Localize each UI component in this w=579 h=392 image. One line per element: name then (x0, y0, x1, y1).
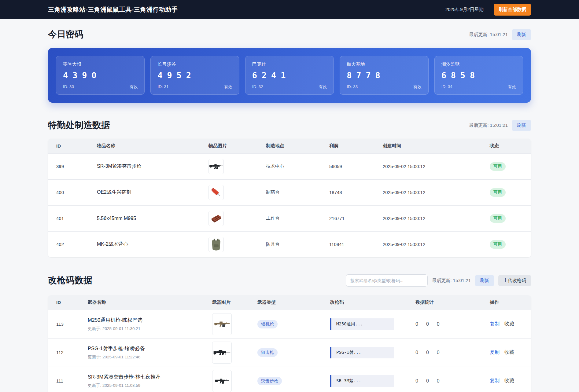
map-name: 长弓溪谷 (157, 61, 232, 67)
assault-rifle-icon (208, 159, 224, 174)
favorite-link[interactable]: 收藏 (504, 321, 514, 327)
stat-value: 0 (437, 321, 440, 327)
manufacture-last-update: 最后更新: 15:01:21 (469, 123, 508, 128)
item-name: OE2战斗兴奋剂 (89, 179, 200, 205)
map-name: 潮汐监狱 (441, 61, 516, 67)
weapon-type-badge: 狙击枪 (257, 348, 278, 357)
vest-icon (208, 237, 224, 252)
item-place: 工作台 (258, 205, 321, 231)
gun-code-chip: M250通用... (330, 318, 394, 330)
weapon-id: 112 (48, 338, 79, 367)
password-id: ID: 31 (157, 84, 168, 90)
item-profit: 110841 (321, 231, 374, 257)
table-row: 400 OE2战斗兴奋剂 制药台 18748 2025-0 (48, 179, 531, 205)
weapon-stats: 0 0 0 (415, 378, 481, 384)
guncodes-table-card: ID 武器名称 武器图片 武器类型 改枪码 数据统计 操作 113 M250通用… (48, 295, 531, 392)
item-created: 2025-09-02 15:00:12 (374, 153, 481, 179)
gun-code-chip: SR-3M紧... (330, 375, 394, 387)
stat-value: 0 (426, 378, 429, 384)
column-header: 制造地点 (258, 139, 321, 153)
upload-guncode-button[interactable]: 上传改枪码 (498, 275, 531, 286)
weapon-name: SR-3M紧凑突击步枪-林七夜推荐 (88, 374, 204, 380)
password-status: 有效 (224, 84, 232, 90)
password-card: 零号大坝 4390 ID: 30 有效 (56, 56, 145, 95)
weapon-updated: 更新于: 2025-09-01 11:22:46 (88, 354, 204, 360)
item-id: 399 (48, 153, 89, 179)
passwords-last-update: 最后更新: 15:01:21 (469, 32, 508, 38)
password-panel: 零号大坝 4390 ID: 30 有效 长弓溪谷 4952 ID: 31 有效 … (48, 48, 531, 103)
password-id: ID: 32 (252, 84, 263, 90)
password-code: 8778 (347, 71, 421, 80)
status-badge: 可用 (490, 162, 506, 171)
stat-value: 0 (415, 378, 418, 384)
guncodes-header-row: ID 武器名称 武器图片 武器类型 改枪码 数据统计 操作 (48, 295, 531, 310)
column-header: ID (48, 139, 89, 153)
machine-gun-icon (212, 313, 232, 335)
password-id: ID: 33 (347, 84, 358, 90)
stat-value: 0 (415, 321, 418, 327)
weapon-name: M250通用机枪-陈权严选 (88, 317, 204, 324)
password-code: 4952 (157, 71, 232, 80)
column-header: 操作 (481, 295, 531, 310)
password-status: 有效 (319, 84, 327, 90)
refresh-all-button[interactable]: 刷新全部数据 (494, 4, 531, 16)
column-header: 创建时间 (374, 139, 481, 153)
item-profit: 18748 (321, 179, 374, 205)
password-code: 4390 (63, 71, 138, 80)
table-row: 399 SR-3M紧凑突击步枪 技术中心 56059 20 (48, 153, 531, 179)
weapon-updated: 更新于: 2025-09-01 11:30:21 (88, 326, 204, 332)
manufacture-section-title: 特勤处制造数据 (48, 119, 110, 131)
site-title: 三角洲攻略站-三角洲鼠鼠工具-三角洲行动助手 (48, 5, 178, 14)
weapon-type-badge: 轻机枪 (257, 320, 278, 328)
passwords-refresh-button[interactable]: 刷新 (512, 29, 531, 40)
assault-rifle-icon (212, 370, 232, 392)
current-date: 2025年9月2日星期二 (445, 7, 488, 13)
weapon-stats: 0 0 0 (415, 321, 481, 327)
stat-value: 0 (426, 350, 429, 355)
stat-value: 0 (437, 350, 440, 355)
column-header: 武器名称 (79, 295, 204, 310)
weapon-type-badge: 突击步枪 (257, 377, 282, 385)
manufacture-refresh-button[interactable]: 刷新 (512, 120, 531, 131)
table-row: 402 MK-2战术背心 防具台 110841 2025- (48, 231, 531, 257)
column-header: ID (48, 295, 79, 310)
syringe-icon (208, 185, 224, 200)
status-badge: 可用 (490, 188, 506, 197)
item-id: 400 (48, 179, 89, 205)
copy-link[interactable]: 复制 (490, 321, 500, 327)
password-id: ID: 30 (63, 84, 74, 90)
guncodes-refresh-button[interactable]: 刷新 (475, 275, 494, 286)
item-id: 401 (48, 205, 89, 231)
passwords-section-title: 今日密码 (48, 28, 83, 41)
status-badge: 可用 (490, 240, 506, 249)
stat-value: 0 (437, 378, 440, 384)
item-id: 402 (48, 231, 89, 257)
password-card: 航天基地 8778 ID: 33 有效 (340, 56, 428, 95)
gun-code-chip: PSG-1射... (330, 347, 394, 358)
password-card: 长弓溪谷 4952 ID: 31 有效 (150, 56, 239, 95)
copy-link[interactable]: 复制 (490, 349, 500, 356)
column-header: 改枪码 (322, 295, 407, 310)
favorite-link[interactable]: 收藏 (504, 349, 514, 356)
favorite-link[interactable]: 收藏 (504, 378, 514, 384)
item-created: 2025-09-02 15:00:12 (374, 179, 481, 205)
item-name: MK-2战术背心 (89, 231, 200, 257)
status-badge: 可用 (490, 214, 506, 223)
item-place: 制药台 (258, 179, 321, 205)
password-id: ID: 34 (441, 84, 452, 90)
password-card: 巴克什 6241 ID: 32 有效 (245, 56, 334, 95)
top-navbar: 三角洲攻略站-三角洲鼠鼠工具-三角洲行动助手 2025年9月2日星期二 刷新全部… (0, 0, 579, 19)
map-name: 巴克什 (252, 61, 327, 67)
column-header: 数据统计 (407, 295, 481, 310)
column-header: 武器图片 (204, 295, 249, 310)
search-input[interactable] (346, 274, 428, 287)
password-code: 6241 (252, 71, 327, 80)
copy-link[interactable]: 复制 (490, 378, 500, 384)
table-row: 113 M250通用机枪-陈权严选 更新于: 2025-09-01 11:30:… (48, 310, 531, 338)
guncodes-section-title: 改枪码数据 (48, 274, 92, 287)
column-header: 武器类型 (249, 295, 322, 310)
map-name: 零号大坝 (63, 61, 138, 67)
item-created: 2025-09-02 15:00:12 (374, 205, 481, 231)
item-name: 5.56x45mm M995 (89, 205, 200, 231)
sniper-rifle-icon (212, 342, 232, 364)
